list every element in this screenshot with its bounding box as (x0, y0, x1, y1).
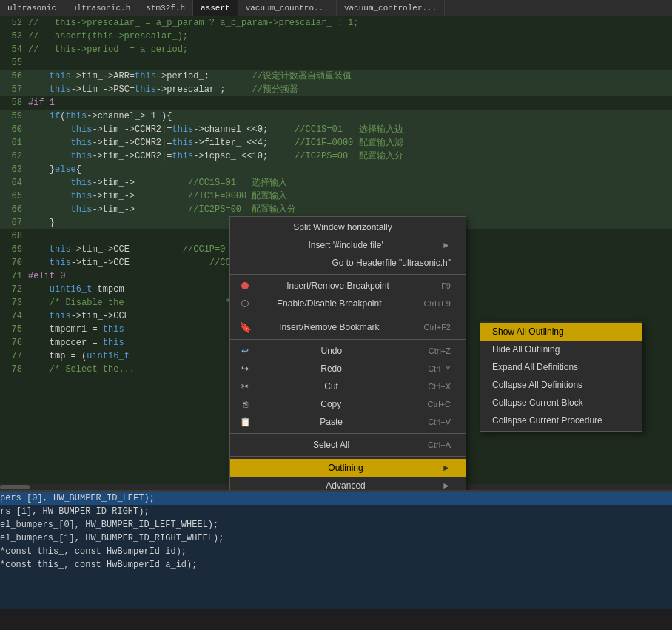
bottom-line-5: *const this_, const HwBumperId id); (0, 545, 672, 558)
menu-insert-include[interactable]: Insert '#include file' ► (230, 236, 466, 254)
submenu-item-label: Expand All Definitions (492, 362, 578, 372)
bottom-line-3: el_bumpers_[0], HW_BUMPER_ID_LEFT_WHEEL)… (0, 518, 672, 532)
tab-ultrasonic[interactable]: ultrasonic (0, 0, 64, 16)
separator-3 (230, 339, 466, 340)
scrollbar-thumb[interactable] (0, 485, 30, 489)
menu-insert-bookmark[interactable]: 🔖 Insert/Remove Bookmark Ctrl+F2 (230, 318, 466, 337)
enable-breakpoint-icon (238, 300, 252, 307)
tab-vacuum-countro[interactable]: vacuum_countro... (238, 0, 337, 16)
menu-redo[interactable]: ↪ Redo Ctrl+Y (230, 360, 466, 378)
code-line-55: 55 (0, 56, 672, 70)
menu-item-shortcut: F9 (441, 281, 451, 290)
separator-4 (230, 433, 466, 434)
submenu-collapse-all-definitions[interactable]: Collapse All Definitions (480, 376, 642, 394)
submenu-arrow-icon: ► (442, 240, 451, 250)
tab-label: assert (201, 4, 230, 13)
bottom-line-6: *const this_, const HwBumperId a_id); (0, 558, 672, 572)
menu-item-label: Cut (324, 381, 338, 392)
code-line-54: 54 // this->period_ = a_period; (0, 43, 672, 56)
menu-item-label: Go to Headerfile "ultrasonic.h" (332, 258, 451, 268)
tab-vacuum-controler[interactable]: vacuum_controler... (337, 0, 445, 16)
code-line-60: 60 this->tim_->CCMR2|=this->channel_<<0;… (0, 123, 672, 136)
context-menu: Split Window horizontally Insert '#inclu… (229, 216, 466, 490)
cut-icon: ✂ (238, 381, 252, 392)
menu-item-label: Insert/Remove Bookmark (279, 322, 379, 332)
menu-item-label: Copy (320, 399, 341, 409)
menu-item-shortcut: Ctrl+F2 (424, 323, 451, 332)
menu-item-shortcut: Ctrl+C (428, 400, 451, 409)
menu-item-label: Insert '#include file' (308, 240, 383, 250)
menu-item-label: Paste (320, 417, 343, 427)
code-line-65: 65 this->tim_-> //IC1F=0000 配置输入 (0, 190, 672, 203)
code-line-56: 56 this->tim_->ARR=this->period_; //设定计数… (0, 70, 672, 83)
bottom-panel: pers [0], HW_BUMPER_ID_LEFT); rs_[1], HW… (0, 490, 672, 609)
submenu-show-all-outlining[interactable]: Show All Outlining (480, 323, 642, 341)
tab-label: ultrasonic.h (72, 4, 130, 13)
code-editor: 52 // this->prescalar_ = a_p_param ? a_p… (0, 16, 672, 490)
code-line-62: 62 this->tim_->CCMR2|=this->icpsc_ <<10;… (0, 150, 672, 163)
submenu-collapse-current-block[interactable]: Collapse Current Block (480, 394, 642, 412)
menu-item-shortcut: Ctrl+V (428, 418, 451, 426)
menu-copy[interactable]: ⎘ Copy Ctrl+C (230, 395, 466, 413)
separator-5 (230, 456, 466, 457)
breakpoint-icon (238, 282, 252, 289)
tab-bar: ultrasonic ultrasonic.h stm32f.h assert … (0, 0, 672, 16)
tab-label: stm32f.h (146, 4, 185, 13)
menu-item-shortcut: Ctrl+F9 (424, 299, 451, 308)
menu-split-window[interactable]: Split Window horizontally (230, 218, 466, 236)
bottom-line-2: rs_[1], HW_BUMPER_ID_RIGHT); (0, 505, 672, 518)
menu-item-label: Insert/Remove Breakpoint (286, 281, 389, 291)
menu-item-label: Select All (313, 440, 349, 450)
code-line-63: 63 }else{ (0, 163, 672, 176)
menu-item-label: Undo (321, 346, 343, 356)
menu-paste[interactable]: 📋 Paste Ctrl+V (230, 413, 466, 431)
menu-item-label: Redo (320, 363, 342, 374)
separator-1 (230, 274, 466, 275)
undo-icon: ↩ (238, 346, 252, 356)
tab-assert[interactable]: assert (193, 0, 238, 16)
outlining-submenu: Show All Outlining Hide All Outlining Ex… (480, 321, 642, 432)
code-line-53: 53 // assert(this->prescalar_); (0, 30, 672, 43)
menu-item-label: Outlining (328, 463, 363, 473)
tab-label: vacuum_countro... (246, 4, 329, 13)
menu-outlining[interactable]: Outlining ► (230, 459, 466, 477)
submenu-hide-all-outlining[interactable]: Hide All Outlining (480, 341, 642, 358)
menu-undo[interactable]: ↩ Undo Ctrl+Z (230, 342, 466, 360)
menu-goto-header[interactable]: Go to Headerfile "ultrasonic.h" (230, 254, 466, 272)
menu-item-shortcut: Ctrl+Y (428, 364, 451, 373)
submenu-expand-all-definitions[interactable]: Expand All Definitions (480, 358, 642, 376)
submenu-item-label: Collapse All Definitions (492, 380, 582, 390)
submenu-item-label: Show All Outlining (492, 326, 564, 337)
bottom-line-4: el_bumpers_[1], HW_BUMPER_ID_RIGHT_WHEEL… (0, 532, 672, 545)
code-line-64: 64 this->tim_-> //CC1S=01 选择输入 (0, 176, 672, 190)
tab-ultrasonic-h[interactable]: ultrasonic.h (64, 0, 138, 16)
submenu-collapse-current-procedure[interactable]: Collapse Current Procedure (480, 412, 642, 429)
code-line-59: 59 if(this->channel_> 1 ){ (0, 110, 672, 123)
menu-insert-breakpoint[interactable]: Insert/Remove Breakpoint F9 (230, 277, 466, 295)
advanced-arrow-icon: ► (442, 480, 451, 490)
separator-2 (230, 315, 466, 315)
menu-select-all[interactable]: Select All Ctrl+A (230, 436, 466, 454)
submenu-item-label: Collapse Current Block (492, 398, 583, 408)
tab-stm32f[interactable]: stm32f.h (138, 0, 193, 16)
menu-item-label: Advanced (326, 480, 365, 490)
code-line-52: 52 // this->prescalar_ = a_p_param ? a_p… (0, 16, 672, 30)
menu-item-label: Split Window horizontally (293, 222, 392, 232)
menu-enable-breakpoint[interactable]: Enable/Disable Breakpoint Ctrl+F9 (230, 295, 466, 312)
copy-icon: ⎘ (238, 399, 252, 409)
code-line-58: 58 #if 1 (0, 96, 672, 110)
menu-cut[interactable]: ✂ Cut Ctrl+X (230, 378, 466, 395)
tab-label: vacuum_controler... (344, 4, 437, 13)
menu-advanced[interactable]: Advanced ► (230, 477, 466, 490)
menu-item-shortcut: Ctrl+A (428, 440, 451, 449)
tab-label: ultrasonic (7, 4, 56, 13)
outlining-arrow-icon: ► (442, 463, 451, 473)
bookmark-icon: 🔖 (238, 321, 252, 333)
code-line-66: 66 this->tim_-> //IC2PS=00 配置输入分 (0, 203, 672, 216)
code-line-61: 61 this->tim_->CCMR2|=this->filter_ <<4;… (0, 136, 672, 150)
bottom-line-1: pers [0], HW_BUMPER_ID_LEFT); (0, 492, 672, 505)
menu-item-shortcut: Ctrl+Z (429, 346, 451, 355)
menu-item-label: Enable/Disable Breakpoint (277, 298, 381, 309)
paste-icon: 📋 (238, 417, 252, 427)
submenu-item-label: Collapse Current Procedure (492, 415, 602, 426)
